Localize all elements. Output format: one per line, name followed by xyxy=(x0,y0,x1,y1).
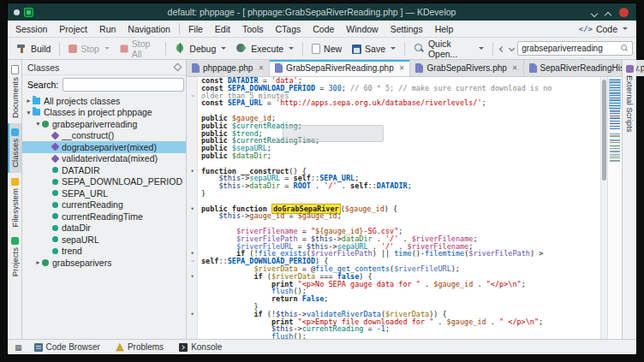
php-file-icon xyxy=(192,63,200,73)
editor-scrollbar[interactable] xyxy=(600,77,607,339)
classes-search-input[interactable] xyxy=(63,78,184,92)
fold-marker-icon[interactable]: ▾ xyxy=(187,311,198,318)
chevron-down-icon xyxy=(479,47,484,50)
debug-button[interactable]: Debug xyxy=(170,40,231,56)
titlebar: default: phppage - [ phppage:GrabSepaRiv… xyxy=(8,3,636,21)
menu-item-ctags[interactable]: CTags xyxy=(269,22,307,36)
app-menu-icon[interactable] xyxy=(14,9,20,15)
dock-tab-external-scripts[interactable]: External Scripts xyxy=(623,60,636,138)
menu-item-settings[interactable]: Settings xyxy=(385,22,429,36)
gutter-cell xyxy=(187,190,198,198)
scrollbar-thumb[interactable] xyxy=(602,80,606,181)
tree-item-classes-in-project-phppage[interactable]: ▾Classes in project phppage xyxy=(22,107,186,119)
menu-item-code[interactable]: Code xyxy=(307,22,340,36)
tree-item-grabseparivers[interactable]: ▸grabseparivers xyxy=(22,257,186,269)
code-area[interactable]: const DATADIR = 'data'; const SEPA_DOWNL… xyxy=(187,77,600,339)
toolbar-separator xyxy=(492,42,493,56)
gutter-cell xyxy=(187,152,198,160)
maximize-icon[interactable] xyxy=(605,9,611,15)
menu-item-run[interactable]: Run xyxy=(93,22,122,36)
code-toolview-button[interactable]: </> Code xyxy=(572,24,635,34)
editor-tab-phppage-php[interactable]: phppage.php✕ xyxy=(187,60,270,76)
menu-item-navigation[interactable]: Navigation xyxy=(122,22,176,36)
tree-item-datadir[interactable]: DATADIR xyxy=(22,164,186,176)
tree-item-all-projects-classes[interactable]: ▸All projects classes xyxy=(22,95,186,107)
code-line[interactable]: const SEPA_URL = 'http://apps.sepa.org.u… xyxy=(187,99,600,107)
dock-tab-filesystem[interactable]: Filesystem xyxy=(8,173,21,232)
tree-item-label: grabsepariverreading xyxy=(52,119,137,129)
editor-tabbar: phppage.php✕GrabSepaRiverReading.php✕Gra… xyxy=(187,60,622,77)
search-icon[interactable] xyxy=(621,45,629,52)
build-button[interactable]: Build xyxy=(11,40,56,56)
editor-tab-grabsepariverreading-php[interactable]: GrabSepaRiverReading.php✕ xyxy=(270,60,410,76)
menubar: SessionProjectRunNavigationFileEditTools… xyxy=(8,21,636,38)
classes-icon xyxy=(11,128,19,136)
tree-item-sepa-download-period[interactable]: SEPA_DOWNLOAD_PERIOD xyxy=(22,176,186,188)
fold-marker-icon[interactable]: ▾ xyxy=(187,168,198,175)
code-line[interactable]: public $dataDir; xyxy=(187,152,600,160)
statusbar-button-problems[interactable]: Problems xyxy=(110,341,170,353)
quick-open-button[interactable]: Quick Open... xyxy=(408,36,489,62)
menu-item-tools[interactable]: Tools xyxy=(236,22,270,36)
tree-item-validateriverdata-mixed[interactable]: validateriverdata(mixed) xyxy=(22,153,186,165)
menu-item-file[interactable]: File xyxy=(182,22,209,36)
tree-item-sepa-url[interactable]: SEPA_URL xyxy=(22,187,186,199)
menu-item-help[interactable]: Help xyxy=(429,22,460,36)
stop-button[interactable]: Stop xyxy=(63,41,115,56)
minimap-viewport[interactable] xyxy=(609,79,621,110)
code-line[interactable]: $this->gauge_id = $gauge_id; xyxy=(187,212,600,220)
tab-close-icon[interactable]: ✕ xyxy=(256,64,264,72)
execute-button[interactable]: Execute xyxy=(231,40,299,56)
tree-item-datadir[interactable]: dataDir xyxy=(22,223,186,234)
tree-item-dograbsepariver-mixed[interactable]: dograbsepariver(mixed) xyxy=(22,141,186,153)
tree-expander-icon[interactable]: ▸ xyxy=(25,97,33,104)
editor-tab-grabseparivers-php[interactable]: GrabSepaRivers.php✕ xyxy=(410,60,523,76)
toolview-grid-icon[interactable]: ▦ xyxy=(12,343,25,352)
tree-expander-icon[interactable]: ▾ xyxy=(25,109,33,116)
back-icon[interactable] xyxy=(499,46,504,51)
chevron-down-icon xyxy=(623,27,628,30)
dock-tab-documents[interactable]: Documents xyxy=(8,60,21,123)
minimize-icon[interactable] xyxy=(592,9,598,15)
gutter-cell xyxy=(187,198,198,205)
tree-expander-icon[interactable]: ▸ xyxy=(34,258,42,266)
menu-item-session[interactable]: Session xyxy=(9,22,53,36)
stop-icon xyxy=(69,45,77,53)
statusbar-button-code-browser[interactable]: Code Browser xyxy=(28,341,106,353)
code-line[interactable]: $this->dataDir = ROOT . '/' . self::DATA… xyxy=(187,182,600,190)
dock-tab-projects[interactable]: Projects xyxy=(8,232,21,282)
chevron-down-icon xyxy=(104,47,110,50)
stop-all-button[interactable]: Stop All xyxy=(115,36,163,62)
gutter-cell xyxy=(187,228,198,235)
tree-item-sepaurl[interactable]: sepaURL xyxy=(22,234,186,246)
code-line[interactable]: flush(); xyxy=(187,333,600,339)
fold-marker-icon[interactable]: ▾ xyxy=(187,205,198,213)
tree-item-label: dataDir xyxy=(62,223,91,233)
scrollbar-minimap[interactable] xyxy=(607,77,622,339)
tree-item-grabsepariverreading[interactable]: ▾grabsepariverreading xyxy=(22,118,186,130)
history-dropdown-icon[interactable] xyxy=(509,46,513,51)
dock-tab-classes[interactable]: Classes xyxy=(8,123,21,173)
tree-item-currentreadingtime[interactable]: currentReadingTime xyxy=(22,211,186,223)
fold-marker-icon[interactable]: ▾ xyxy=(187,250,198,258)
code-text: public $dataDir; xyxy=(198,152,271,160)
search-input[interactable] xyxy=(522,44,618,53)
menu-item-edit[interactable]: Edit xyxy=(209,22,236,36)
statusbar-button-konsole[interactable]: Konsole xyxy=(173,341,228,353)
menu-item-project[interactable]: Project xyxy=(53,22,93,36)
tree-item-label: DATADIR xyxy=(62,165,100,175)
menu-item-window[interactable]: Window xyxy=(340,22,384,36)
tree-item-construct[interactable]: __construct() xyxy=(22,130,186,142)
code-line[interactable]: } xyxy=(187,190,600,198)
save-button[interactable]: Save xyxy=(347,41,401,56)
panel-float-icon[interactable] xyxy=(174,63,182,72)
fold-marker-icon[interactable]: ▾ xyxy=(187,273,198,281)
tab-close-icon[interactable]: ✕ xyxy=(397,64,405,72)
close-icon[interactable] xyxy=(619,8,629,17)
tree-expander-icon[interactable]: ▾ xyxy=(34,120,42,128)
new-button[interactable]: New xyxy=(307,41,347,56)
tree-item-trend[interactable]: trend xyxy=(22,246,186,258)
tab-close-icon[interactable]: ✕ xyxy=(510,64,518,72)
tree-item-currentreading[interactable]: currentReading xyxy=(22,199,186,211)
tree-item-label: currentReading xyxy=(62,199,123,210)
